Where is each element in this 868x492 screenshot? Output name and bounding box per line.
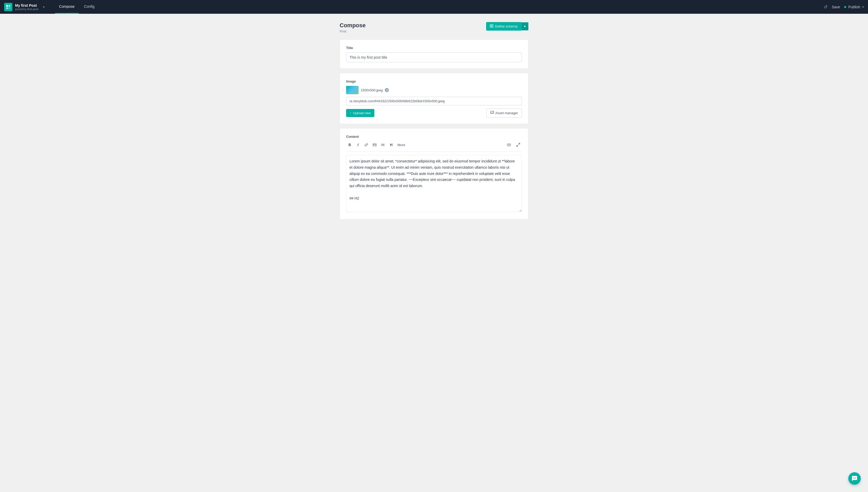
header-actions: ↺ Save Publish ▾ xyxy=(824,4,864,10)
image-actions-row: ↑ Upload new Asset manager xyxy=(346,108,522,118)
page-subtitle: Post xyxy=(340,29,366,33)
toolbar-heading-button[interactable]: H xyxy=(388,141,395,148)
toolbar-right-actions xyxy=(505,141,522,148)
toolbar-list-button[interactable] xyxy=(379,141,387,148)
toolbar-bold-button[interactable]: B xyxy=(346,141,353,148)
editor-toolbar: B I xyxy=(346,141,522,152)
define-schema-button[interactable]: Define schema xyxy=(486,22,521,31)
compose-area: Compose Post Define schema ▾ xyxy=(340,22,528,484)
app-title-group: My first Post posts/my-first-post xyxy=(15,3,38,10)
chat-fab-button[interactable] xyxy=(848,472,861,485)
title-input[interactable] xyxy=(346,52,522,62)
svg-point-23 xyxy=(854,478,855,478)
app-subtitle: posts/my-first-post xyxy=(15,7,38,10)
image-remove-button[interactable]: × xyxy=(385,88,389,92)
title-card: Title xyxy=(340,40,528,69)
toolbar-image-button[interactable] xyxy=(371,141,378,148)
asset-manager-label: Asset manager xyxy=(495,111,518,115)
define-schema-label: Define schema xyxy=(495,24,518,28)
refresh-button[interactable]: ↺ xyxy=(824,4,827,10)
publish-button[interactable]: Publish ▾ xyxy=(844,5,864,9)
svg-rect-2 xyxy=(6,7,8,9)
content-card: Content B I xyxy=(340,128,528,220)
page-header: Compose Post Define schema ▾ xyxy=(340,22,528,33)
image-field-label: Image xyxy=(346,79,522,83)
toolbar-link-button[interactable] xyxy=(363,141,370,148)
main-nav: Compose Config xyxy=(55,0,99,14)
svg-line-20 xyxy=(519,143,520,145)
image-filename: 1500x500.jpeg xyxy=(361,88,383,92)
upload-label: Upload new xyxy=(353,111,371,115)
app-header: My first Post posts/my-first-post ▾ Comp… xyxy=(0,0,868,14)
toolbar-expand-button[interactable] xyxy=(515,141,522,148)
save-button[interactable]: Save xyxy=(832,5,840,9)
app-logo-icon xyxy=(4,3,12,11)
app-title: My first Post xyxy=(15,3,38,7)
svg-rect-0 xyxy=(6,5,8,7)
define-schema-icon xyxy=(490,24,493,28)
svg-point-24 xyxy=(855,478,856,478)
app-dropdown-icon[interactable]: ▾ xyxy=(43,5,45,9)
define-schema-button-group: Define schema ▾ xyxy=(486,22,528,31)
upload-new-button[interactable]: ↑ Upload new xyxy=(346,109,374,117)
image-preview-row: 1500x500.jpeg × xyxy=(346,86,522,94)
publish-status-dot xyxy=(844,6,846,8)
svg-line-21 xyxy=(517,145,518,146)
publish-label: Publish xyxy=(848,5,860,9)
toolbar-italic-button[interactable]: I xyxy=(354,141,362,148)
page-title-group: Compose Post xyxy=(340,22,366,33)
image-card: Image 1500x500.jpeg × ↑ Upload new xyxy=(340,73,528,124)
svg-rect-4 xyxy=(490,24,491,26)
nav-tab-config[interactable]: Config xyxy=(80,0,99,14)
svg-point-9 xyxy=(492,112,493,113)
svg-point-19 xyxy=(508,144,509,145)
svg-rect-1 xyxy=(8,5,10,7)
main-content: Compose Post Define schema ▾ xyxy=(0,14,868,492)
publish-chevron-icon: ▾ xyxy=(862,5,864,9)
app-logo-group: My first Post posts/my-first-post ▾ xyxy=(4,3,45,11)
toolbar-preview-button[interactable] xyxy=(505,141,512,148)
svg-rect-7 xyxy=(492,26,493,27)
asset-manager-icon xyxy=(490,111,494,115)
image-thumbnail xyxy=(346,86,359,94)
page-title: Compose xyxy=(340,22,366,29)
svg-rect-6 xyxy=(490,26,491,27)
toolbar-more-button[interactable]: More xyxy=(396,141,407,148)
svg-point-22 xyxy=(853,478,854,478)
svg-point-11 xyxy=(374,144,374,145)
content-editor[interactable]: Lorem ipsum dolor sit amet, *consectetur… xyxy=(346,155,522,212)
asset-manager-button[interactable]: Asset manager xyxy=(486,108,522,118)
upload-icon: ↑ xyxy=(350,111,351,115)
nav-tab-compose[interactable]: Compose xyxy=(55,0,79,14)
content-field-label: Content xyxy=(346,135,522,139)
svg-rect-5 xyxy=(492,24,493,26)
title-field-label: Title xyxy=(346,46,522,50)
define-schema-dropdown-button[interactable]: ▾ xyxy=(521,22,528,30)
svg-rect-3 xyxy=(8,7,10,9)
image-url-input[interactable] xyxy=(346,97,522,105)
